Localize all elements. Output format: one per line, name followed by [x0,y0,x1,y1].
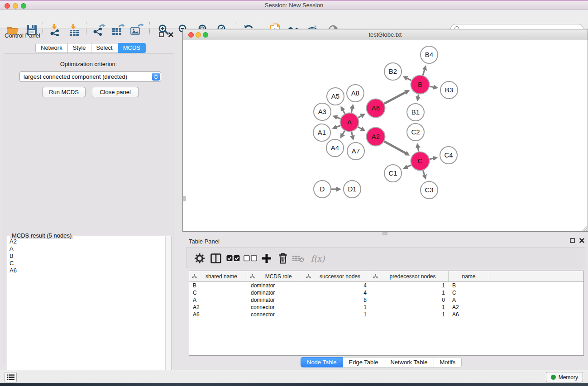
mcds-result-item[interactable]: A6 [7,267,165,274]
network-maximize-icon[interactable] [203,32,208,38]
table-row[interactable]: Adominator80A [189,296,583,304]
graph-node-label: B1 [411,108,420,116]
task-history-icon[interactable] [5,372,17,382]
network-graph-canvas[interactable]: B4B2BB3A8A5A6A3B1AA1C2A2A4A7C4CC1C3DD1 [183,40,588,231]
graph-node-label: C4 [444,151,453,159]
horizontal-divider-grip[interactable] [382,232,387,235]
tab-node-table[interactable]: Node Table [301,357,343,367]
pane-divider-grip[interactable] [183,196,186,201]
table-cell[interactable]: dominator [247,282,303,289]
table-cell[interactable]: A [189,296,247,304]
criterion-dropdown[interactable]: largest connected component (directed) [19,71,161,82]
tab-select[interactable]: Select [91,43,118,53]
column-header[interactable]: predecessor nodes [370,271,449,281]
delete-table-icon[interactable] [292,252,305,265]
graph-edge[interactable] [358,127,362,129]
mcds-result-scrollbar[interactable] [165,236,172,386]
network-minimize-icon[interactable] [196,32,201,38]
graph-edge[interactable] [343,131,345,135]
graph-edge[interactable] [384,92,406,104]
tab-style[interactable]: Style [68,43,91,53]
table-cell[interactable]: 8 [303,296,370,304]
table-row[interactable]: Cdominator41C [189,289,583,296]
tab-mcds[interactable]: MCDS [118,43,146,53]
table-row[interactable]: A2connector11A2 [189,304,583,311]
table-cell[interactable]: A2 [189,304,247,311]
graph-edge[interactable] [337,117,340,119]
table-cell[interactable]: C [449,289,489,296]
column-header[interactable]: MCDS role [247,271,303,281]
table-cell[interactable]: 1 [303,311,370,318]
graph-edge[interactable] [430,158,434,159]
graph-edge[interactable] [351,108,352,113]
graph-edge[interactable] [343,110,345,114]
column-header[interactable]: successor nodes [303,271,370,281]
network-window-titlebar[interactable]: testGlobe.txt [183,29,588,40]
minimize-window-icon[interactable] [13,3,18,9]
column-header[interactable]: shared name [189,271,247,281]
table-row[interactable]: Bdominator41B [189,282,583,289]
tab-motifs[interactable]: Motifs [434,357,462,367]
table-cell[interactable]: 1 [370,289,449,296]
table-cell[interactable]: A6 [189,311,247,318]
table-cell[interactable]: B [449,282,489,289]
table-cell[interactable]: connector [247,311,303,318]
mcds-result-item[interactable]: C [7,260,165,267]
table-row[interactable]: A6connector11A6 [189,311,583,318]
deselect-all-checkbox-icon[interactable] [244,252,257,265]
graph-edge[interactable] [407,165,411,167]
table-cell[interactable]: A2 [449,304,489,311]
table-cell[interactable]: 1 [370,282,449,289]
graph-node-label: B4 [425,51,433,58]
mcds-result-item[interactable]: B [7,253,165,260]
close-table-panel-icon[interactable] [579,238,584,243]
graph-edge[interactable] [418,94,419,97]
desktop-background-strip [0,383,588,386]
network-close-icon[interactable] [188,32,194,38]
graph-edge[interactable] [423,171,425,176]
table-cell[interactable]: C [189,289,247,296]
memory-button[interactable]: Memory [546,372,583,382]
function-builder-icon[interactable]: f(x) [308,252,328,265]
window-resize-grip[interactable] [581,225,587,231]
table-cell[interactable]: 4 [303,282,370,289]
mcds-result-item[interactable]: A [7,245,165,253]
table-cell[interactable]: A6 [449,311,489,318]
table-cell[interactable]: 1 [370,304,449,311]
table-cell[interactable]: 0 [370,296,449,304]
graph-edge[interactable] [423,70,425,76]
float-panel-icon[interactable] [159,32,164,37]
node-table[interactable]: shared nameMCDS rolesuccessor nodesprede… [189,271,584,356]
mcds-result-item[interactable]: A2 [7,238,165,245]
graph-edge[interactable] [407,78,411,81]
table-cell[interactable]: 1 [370,311,449,318]
graph-edge[interactable] [336,126,340,127]
tab-network-table[interactable]: Network Table [384,357,434,367]
float-table-panel-icon[interactable] [570,238,575,243]
close-window-icon[interactable] [5,3,10,9]
tab-edge-table[interactable]: Edge Table [343,357,385,367]
table-cell[interactable]: dominator [247,289,303,296]
split-columns-icon[interactable] [209,252,223,265]
graph-edge[interactable] [430,86,434,87]
table-cell[interactable]: B [189,282,247,289]
table-cell[interactable]: 4 [303,289,370,296]
select-all-checkbox-icon[interactable] [226,252,240,265]
graph-edge[interactable] [352,132,353,136]
table-cell[interactable]: connector [247,304,303,311]
column-header[interactable]: name [449,271,489,281]
gear-icon[interactable] [193,252,206,265]
maximize-window-icon[interactable] [21,3,26,9]
table-cell[interactable]: A [449,296,489,304]
delete-column-icon[interactable] [276,252,290,265]
tab-network[interactable]: Network [35,43,68,53]
graph-edge[interactable] [358,116,362,118]
close-panel-icon[interactable] [168,32,173,37]
run-mcds-button[interactable]: Run MCDS [42,87,86,97]
close-panel-button[interactable]: Close panel [92,87,139,97]
table-cell[interactable]: dominator [247,296,303,304]
table-cell[interactable]: 1 [303,304,370,311]
graph-edge[interactable] [418,148,419,152]
graph-edge[interactable] [384,141,406,153]
add-column-icon[interactable] [260,252,273,265]
